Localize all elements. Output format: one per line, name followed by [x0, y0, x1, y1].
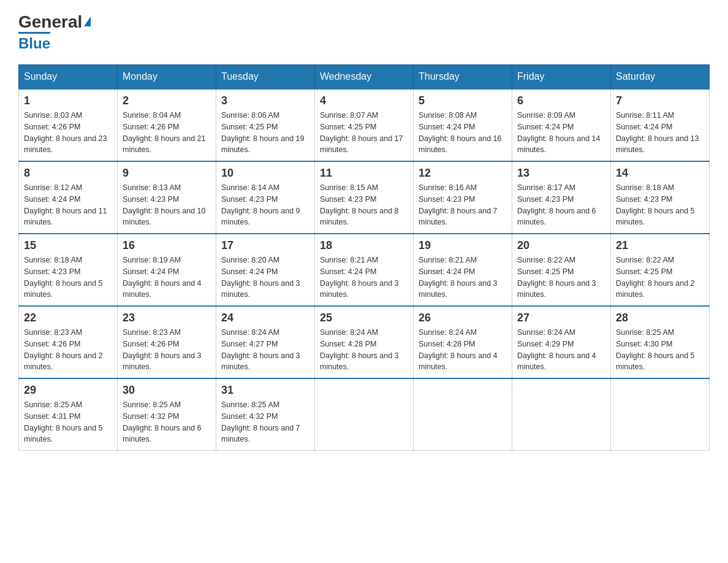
- day-info-3: Sunrise: 8:06 AM Sunset: 4:25 PM Dayligh…: [221, 110, 309, 156]
- day-info-1: Sunrise: 8:03 AM Sunset: 4:26 PM Dayligh…: [24, 110, 112, 156]
- day-number-28: 28: [616, 312, 704, 324]
- week-row-1: 1 Sunrise: 8:03 AM Sunset: 4:26 PM Dayli…: [19, 89, 710, 161]
- day-number-19: 19: [419, 239, 507, 252]
- logo-blue-text: Blue: [18, 32, 50, 52]
- day-info-2: Sunrise: 8:04 AM Sunset: 4:26 PM Dayligh…: [123, 110, 211, 156]
- calendar-table: SundayMondayTuesdayWednesdayThursdayFrid…: [18, 64, 710, 451]
- weekday-header-friday: Friday: [512, 65, 611, 90]
- day-cell-8: 8 Sunrise: 8:12 AM Sunset: 4:24 PM Dayli…: [19, 161, 118, 234]
- day-number-21: 21: [616, 239, 704, 252]
- day-number-20: 20: [517, 239, 605, 252]
- empty-cell: [611, 378, 710, 451]
- empty-cell: [512, 378, 611, 451]
- day-number-17: 17: [221, 239, 309, 252]
- logo-triangle-icon: [84, 17, 91, 26]
- weekday-header-tuesday: Tuesday: [216, 65, 315, 90]
- day-cell-6: 6 Sunrise: 8:09 AM Sunset: 4:24 PM Dayli…: [512, 89, 611, 161]
- day-number-24: 24: [221, 312, 309, 324]
- day-info-26: Sunrise: 8:24 AM Sunset: 4:28 PM Dayligh…: [419, 327, 507, 373]
- day-number-15: 15: [24, 239, 112, 252]
- day-cell-30: 30 Sunrise: 8:25 AM Sunset: 4:32 PM Dayl…: [118, 378, 216, 451]
- weekday-header-saturday: Saturday: [611, 65, 710, 90]
- day-info-27: Sunrise: 8:24 AM Sunset: 4:29 PM Dayligh…: [517, 327, 605, 373]
- day-number-26: 26: [419, 312, 507, 324]
- day-number-27: 27: [517, 312, 605, 324]
- day-cell-14: 14 Sunrise: 8:18 AM Sunset: 4:23 PM Dayl…: [611, 161, 710, 234]
- day-number-11: 11: [320, 167, 408, 180]
- day-cell-28: 28 Sunrise: 8:25 AM Sunset: 4:30 PM Dayl…: [611, 306, 710, 378]
- day-cell-13: 13 Sunrise: 8:17 AM Sunset: 4:23 PM Dayl…: [512, 161, 611, 234]
- weekday-header-wednesday: Wednesday: [315, 65, 414, 90]
- day-number-23: 23: [123, 312, 211, 324]
- day-number-8: 8: [24, 167, 112, 180]
- logo-general-text: General: [18, 12, 82, 32]
- week-row-3: 15 Sunrise: 8:18 AM Sunset: 4:23 PM Dayl…: [19, 234, 710, 306]
- day-info-13: Sunrise: 8:17 AM Sunset: 4:23 PM Dayligh…: [517, 182, 605, 228]
- day-number-25: 25: [320, 312, 408, 324]
- day-info-6: Sunrise: 8:09 AM Sunset: 4:24 PM Dayligh…: [517, 110, 605, 156]
- day-cell-19: 19 Sunrise: 8:21 AM Sunset: 4:24 PM Dayl…: [414, 234, 512, 306]
- day-info-28: Sunrise: 8:25 AM Sunset: 4:30 PM Dayligh…: [616, 327, 704, 373]
- day-info-21: Sunrise: 8:22 AM Sunset: 4:25 PM Dayligh…: [616, 255, 704, 301]
- day-cell-1: 1 Sunrise: 8:03 AM Sunset: 4:26 PM Dayli…: [19, 89, 118, 161]
- day-info-20: Sunrise: 8:22 AM Sunset: 4:25 PM Dayligh…: [517, 255, 605, 301]
- day-number-3: 3: [221, 94, 309, 107]
- day-info-11: Sunrise: 8:15 AM Sunset: 4:23 PM Dayligh…: [320, 182, 408, 228]
- day-info-4: Sunrise: 8:07 AM Sunset: 4:25 PM Dayligh…: [320, 110, 408, 156]
- day-number-2: 2: [123, 94, 211, 107]
- day-cell-21: 21 Sunrise: 8:22 AM Sunset: 4:25 PM Dayl…: [611, 234, 710, 306]
- day-info-17: Sunrise: 8:20 AM Sunset: 4:24 PM Dayligh…: [221, 255, 309, 301]
- day-cell-7: 7 Sunrise: 8:11 AM Sunset: 4:24 PM Dayli…: [611, 89, 710, 161]
- day-info-5: Sunrise: 8:08 AM Sunset: 4:24 PM Dayligh…: [419, 110, 507, 156]
- logo-line-1: General: [18, 12, 91, 32]
- day-cell-23: 23 Sunrise: 8:23 AM Sunset: 4:26 PM Dayl…: [118, 306, 216, 378]
- day-info-9: Sunrise: 8:13 AM Sunset: 4:23 PM Dayligh…: [123, 182, 211, 228]
- day-info-12: Sunrise: 8:16 AM Sunset: 4:23 PM Dayligh…: [419, 182, 507, 228]
- day-cell-18: 18 Sunrise: 8:21 AM Sunset: 4:24 PM Dayl…: [315, 234, 414, 306]
- weekday-header-monday: Monday: [118, 65, 216, 90]
- day-info-7: Sunrise: 8:11 AM Sunset: 4:24 PM Dayligh…: [616, 110, 704, 156]
- week-row-2: 8 Sunrise: 8:12 AM Sunset: 4:24 PM Dayli…: [19, 161, 710, 234]
- day-cell-15: 15 Sunrise: 8:18 AM Sunset: 4:23 PM Dayl…: [19, 234, 118, 306]
- day-cell-31: 31 Sunrise: 8:25 AM Sunset: 4:32 PM Dayl…: [216, 378, 315, 451]
- day-number-30: 30: [123, 384, 211, 397]
- day-info-31: Sunrise: 8:25 AM Sunset: 4:32 PM Dayligh…: [221, 399, 309, 445]
- day-cell-26: 26 Sunrise: 8:24 AM Sunset: 4:28 PM Dayl…: [414, 306, 512, 378]
- day-number-16: 16: [123, 239, 211, 252]
- header: General Blue: [18, 12, 710, 52]
- day-cell-20: 20 Sunrise: 8:22 AM Sunset: 4:25 PM Dayl…: [512, 234, 611, 306]
- weekday-header-thursday: Thursday: [414, 65, 512, 90]
- day-number-14: 14: [616, 167, 704, 180]
- day-cell-11: 11 Sunrise: 8:15 AM Sunset: 4:23 PM Dayl…: [315, 161, 414, 234]
- day-number-13: 13: [517, 167, 605, 180]
- day-cell-24: 24 Sunrise: 8:24 AM Sunset: 4:27 PM Dayl…: [216, 306, 315, 378]
- day-cell-29: 29 Sunrise: 8:25 AM Sunset: 4:31 PM Dayl…: [19, 378, 118, 451]
- weekday-header-sunday: Sunday: [19, 65, 118, 90]
- day-cell-12: 12 Sunrise: 8:16 AM Sunset: 4:23 PM Dayl…: [414, 161, 512, 234]
- day-info-23: Sunrise: 8:23 AM Sunset: 4:26 PM Dayligh…: [123, 327, 211, 373]
- day-number-22: 22: [24, 312, 112, 324]
- page: General Blue SundayMondayTuesdayWednesda…: [0, 0, 728, 463]
- week-row-5: 29 Sunrise: 8:25 AM Sunset: 4:31 PM Dayl…: [19, 378, 710, 451]
- day-info-25: Sunrise: 8:24 AM Sunset: 4:28 PM Dayligh…: [320, 327, 408, 373]
- day-info-16: Sunrise: 8:19 AM Sunset: 4:24 PM Dayligh…: [123, 255, 211, 301]
- day-cell-27: 27 Sunrise: 8:24 AM Sunset: 4:29 PM Dayl…: [512, 306, 611, 378]
- day-info-18: Sunrise: 8:21 AM Sunset: 4:24 PM Dayligh…: [320, 255, 408, 301]
- empty-cell: [315, 378, 414, 451]
- day-info-15: Sunrise: 8:18 AM Sunset: 4:23 PM Dayligh…: [24, 255, 112, 301]
- day-info-8: Sunrise: 8:12 AM Sunset: 4:24 PM Dayligh…: [24, 182, 112, 228]
- day-info-30: Sunrise: 8:25 AM Sunset: 4:32 PM Dayligh…: [123, 399, 211, 445]
- day-number-29: 29: [24, 384, 112, 397]
- day-info-19: Sunrise: 8:21 AM Sunset: 4:24 PM Dayligh…: [419, 255, 507, 301]
- day-info-29: Sunrise: 8:25 AM Sunset: 4:31 PM Dayligh…: [24, 399, 112, 445]
- weekday-header-row: SundayMondayTuesdayWednesdayThursdayFrid…: [19, 65, 710, 90]
- day-number-1: 1: [24, 94, 112, 107]
- day-number-5: 5: [419, 94, 507, 107]
- day-cell-2: 2 Sunrise: 8:04 AM Sunset: 4:26 PM Dayli…: [118, 89, 216, 161]
- day-number-9: 9: [123, 167, 211, 180]
- day-info-10: Sunrise: 8:14 AM Sunset: 4:23 PM Dayligh…: [221, 182, 309, 228]
- empty-cell: [414, 378, 512, 451]
- day-number-4: 4: [320, 94, 408, 107]
- logo: General Blue: [18, 12, 91, 52]
- day-number-18: 18: [320, 239, 408, 252]
